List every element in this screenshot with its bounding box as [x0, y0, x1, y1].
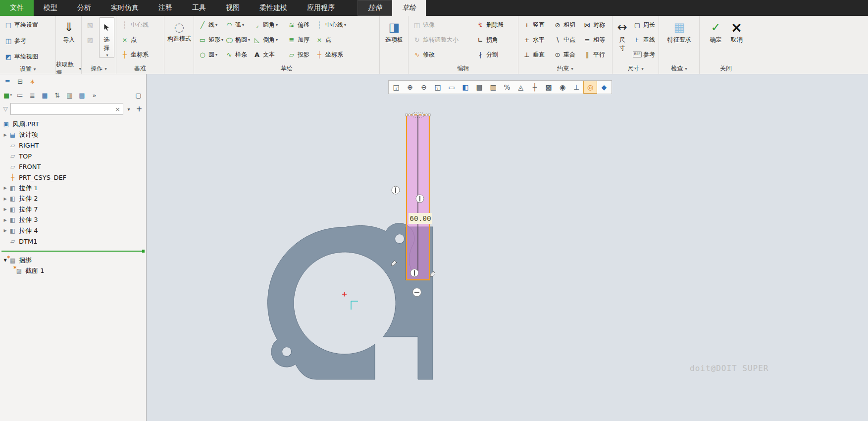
folder-browser-button[interactable]: ⊟ [14, 76, 26, 87]
tree-item-right-plane[interactable]: ▱ RIGHT [0, 140, 146, 151]
point-tool-button[interactable]: ×点 [313, 32, 351, 47]
expander-icon[interactable]: ▶ [3, 218, 6, 222]
csys-tool-button[interactable]: ┼坐标系 [313, 47, 351, 62]
vertical-constraint-marker[interactable] [416, 195, 424, 203]
mirror-button[interactable]: ◫镜像 [410, 17, 474, 32]
datum-centerline-button[interactable]: ┆ 中心线 [118, 17, 151, 32]
perimeter-button[interactable]: ▢周长 [631, 17, 657, 32]
menu-tab-tools[interactable]: 工具 [182, 0, 216, 16]
ribbon-group-label-datum[interactable]: 基准 [116, 63, 164, 74]
tree-item-design-items[interactable]: ▶ ▤ 设计项 [0, 130, 146, 141]
dimension-60[interactable]: 60.00 [408, 213, 432, 224]
feature-requirements-button[interactable]: ▦ 特征要求 [665, 17, 694, 45]
menu-tab-model[interactable]: 模型 [34, 0, 67, 16]
tree-scope-button[interactable]: ■▾ [2, 90, 13, 101]
datum-point-button[interactable]: × 点 [118, 32, 151, 47]
corner-button[interactable]: ∟拐角 [474, 32, 512, 47]
menu-tab-annotate[interactable]: 注释 [149, 0, 182, 16]
equal-constraint-button[interactable]: =相等 [581, 32, 610, 47]
tree-item-extrude-2[interactable]: ▶ ◧ 拉伸 2 [0, 194, 146, 205]
offset-tool-button[interactable]: ≋偏移 [285, 17, 313, 32]
chamfer-tool-button[interactable]: ◺倒角▾ [251, 32, 285, 47]
baseline-button[interactable]: ⊦基线 [631, 32, 657, 47]
dropdown-icon[interactable]: ▾ [242, 23, 244, 27]
tree-item-front-plane[interactable]: ▱ FRONT [0, 161, 146, 172]
dropdown-icon[interactable]: ▾ [276, 38, 278, 42]
expander-icon[interactable]: ▶ [3, 207, 6, 211]
line-tool-button[interactable]: ╱线▾ [196, 17, 223, 32]
construction-mode-button[interactable]: ◌ 构造模式 [164, 17, 194, 43]
sketch-view-button[interactable]: ◩ 草绘视图 [2, 49, 40, 64]
menu-tab-view[interactable]: 视图 [216, 0, 250, 16]
tree-grid-view-button[interactable]: ▦ [39, 90, 51, 101]
menu-tab-realtime-sim[interactable]: 实时仿真 [101, 0, 149, 16]
tree-item-dtm1[interactable]: ▱ DTM1 [0, 236, 146, 247]
vertical-constraint-button[interactable]: +竖直 [520, 17, 551, 32]
references-button[interactable]: ◫ 参考 [2, 33, 28, 48]
tree-filter-input[interactable] [13, 105, 113, 112]
tree-settings-button[interactable]: ▢ [133, 90, 144, 101]
dimension-button[interactable]: ↔ 尺寸 [614, 17, 630, 53]
tree-item-extrude-7[interactable]: ▶ ◧ 拉伸 7 [0, 204, 146, 215]
ellipse-tool-button[interactable]: ○椭圆▾ [223, 32, 251, 47]
expander-icon[interactable]: ▶ [3, 133, 6, 137]
dropdown-icon[interactable]: ▾ [106, 53, 108, 57]
parallel-constraint-button[interactable]: ∥平行 [581, 47, 610, 62]
ribbon-group-label-inspect[interactable]: 检查 ▼ [659, 63, 699, 74]
thicken-tool-button[interactable]: ≣加厚 [285, 32, 313, 47]
reference-dim-button[interactable]: REF参考 [631, 47, 657, 62]
divide-button[interactable]: ∤分割 [474, 47, 512, 62]
menu-tab-flexible-modeling[interactable]: 柔性建模 [250, 0, 297, 16]
import-button[interactable]: ⇓ 导入 [60, 17, 77, 45]
filter-clear-icon[interactable]: × [113, 105, 122, 113]
vertical-constraint-marker[interactable] [410, 269, 418, 277]
fillet-tool-button[interactable]: ◞圆角▾ [251, 17, 285, 32]
tree-list-view-button[interactable]: ≔ [14, 90, 26, 101]
expander-icon[interactable]: ▶ [3, 197, 6, 201]
filter-add-button[interactable]: + [134, 104, 144, 114]
dropdown-icon[interactable]: ▾ [215, 53, 217, 57]
filter-dropdown-button[interactable]: ▾ [125, 104, 133, 114]
dropdown-icon[interactable]: ▾ [344, 23, 346, 27]
ok-button[interactable]: ✓ 确定 [708, 17, 724, 45]
ribbon-group-label-get-data[interactable]: 获取数据 ▼ [56, 63, 81, 74]
expander-icon[interactable]: ▼ [3, 258, 6, 263]
expander-icon[interactable]: ▶ [3, 228, 6, 233]
rectangle-tool-button[interactable]: ▭矩形▾ [196, 32, 223, 47]
datum-csys-button[interactable]: ┼ 坐标系 [118, 47, 151, 62]
ribbon-group-label-setup[interactable]: 设置 ▼ [0, 64, 55, 74]
tree-item-section-1[interactable]: *▨ 截面 1 [0, 266, 146, 277]
text-tool-button[interactable]: A文本 [251, 47, 285, 62]
modify-button[interactable]: ∿修改 [410, 47, 474, 62]
select-button[interactable]: 选择 ▾ [99, 17, 114, 58]
paste-button[interactable]: ▧ [84, 17, 98, 32]
arc-tool-button[interactable]: ◠弧▾ [223, 17, 251, 32]
menu-tab-analysis[interactable]: 分析 [67, 0, 101, 16]
insert-here-locator[interactable] [1, 251, 145, 252]
ribbon-group-label-sketch[interactable]: 草绘 [194, 63, 379, 74]
tree-item-extrude-1[interactable]: ▶ ◧ 拉伸 1 [0, 183, 146, 194]
tree-item-csys[interactable]: ┼ PRT_CSYS_DEF [0, 172, 146, 183]
tree-item-bundle[interactable]: ▼ *▦ 捆绑 [0, 255, 146, 266]
tree-table-button[interactable]: ▤ [76, 90, 88, 101]
favorites-button[interactable]: ∗ [27, 76, 38, 87]
copy-button[interactable]: ▨ [84, 32, 98, 47]
tree-item-part-root[interactable]: ▣ 风扇.PRT [0, 119, 146, 130]
perpendicular-constraint-button[interactable]: ⊥垂直 [520, 47, 551, 62]
dropdown-icon[interactable]: ▾ [276, 23, 278, 27]
cancel-button[interactable]: × 取消 [728, 17, 745, 45]
tree-item-top-plane[interactable]: ▱ TOP [0, 151, 146, 162]
coincident-constraint-marker[interactable] [413, 288, 421, 297]
ribbon-group-label-operations[interactable]: 操作 ▼ [82, 63, 116, 74]
project-tool-button[interactable]: ▱投影 [285, 47, 313, 62]
sketch-setup-button[interactable]: ▤ 草绘设置 [2, 17, 40, 32]
delete-segment-button[interactable]: ↯删除段 [474, 17, 512, 32]
tangent-constraint-button[interactable]: ⊘相切 [551, 17, 581, 32]
circle-tool-button[interactable]: ○圆▾ [196, 47, 223, 62]
tree-sort-button[interactable]: ⇅ [51, 90, 63, 101]
centerline-tool-button[interactable]: ┆中心线▾ [313, 17, 351, 32]
menu-tab-applications[interactable]: 应用程序 [297, 0, 345, 16]
rotate-resize-button[interactable]: ↻旋转调整大小 [410, 32, 474, 47]
tree-item-extrude-4[interactable]: ▶ ◧ 拉伸 4 [0, 225, 146, 236]
ribbon-group-label-close[interactable]: 关闭 [700, 63, 752, 74]
